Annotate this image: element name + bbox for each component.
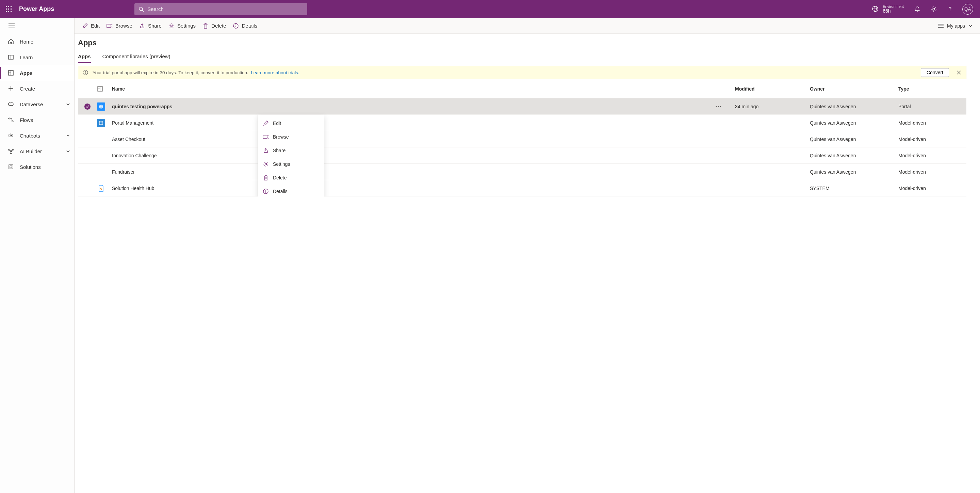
sidebar-item-label: Dataverse <box>20 102 43 107</box>
row-owner: Quintes van Aswegen <box>810 169 898 175</box>
cmd-delete[interactable]: Delete <box>202 23 226 29</box>
cmd-edit[interactable]: Edit <box>82 23 100 29</box>
app-launcher-icon[interactable] <box>4 5 14 14</box>
gear-icon <box>169 23 175 29</box>
model-app-icon <box>97 119 105 127</box>
ctx-edit[interactable]: Edit <box>258 116 324 130</box>
settings-icon[interactable] <box>930 5 938 13</box>
col-name[interactable]: Name <box>112 86 714 92</box>
hamburger-icon[interactable] <box>8 22 16 30</box>
search-box[interactable] <box>134 3 307 15</box>
row-type: Model-driven <box>898 120 966 126</box>
cmd-share[interactable]: Share <box>139 23 162 29</box>
cmd-label: Delete <box>211 23 226 29</box>
sidebar-item-chatbots[interactable]: Chatbots <box>0 128 74 144</box>
environment-name: 66h <box>883 8 904 14</box>
ctx-label: Details <box>273 188 288 194</box>
edit-icon <box>263 120 269 126</box>
ctx-label: Delete <box>273 175 286 180</box>
row-selected-icon[interactable] <box>84 104 91 110</box>
tab-apps[interactable]: Apps <box>78 53 91 63</box>
view-selector[interactable]: My apps <box>938 23 972 29</box>
cmd-settings[interactable]: Settings <box>169 23 196 29</box>
svg-rect-0 <box>6 6 7 7</box>
table-row[interactable]: Fundraiser Quintes van Aswegen Model-dri… <box>78 164 966 180</box>
svg-point-15 <box>950 11 950 11</box>
row-type: Model-driven <box>898 169 966 175</box>
table-row[interactable]: Solution Health Hub SYSTEM Model-driven <box>78 180 966 196</box>
browse-icon <box>263 134 269 140</box>
search-input[interactable] <box>147 6 303 12</box>
svg-rect-8 <box>11 11 11 12</box>
apps-icon <box>8 70 14 76</box>
product-name[interactable]: Power Apps <box>19 5 54 13</box>
tab-component-libraries[interactable]: Component libraries (preview) <box>102 53 170 63</box>
sidebar-item-apps[interactable]: Apps <box>0 65 74 81</box>
chevron-down-icon <box>66 102 70 106</box>
ai-builder-icon <box>8 148 14 154</box>
apps-grid: Name Modified Owner Type <box>78 79 966 196</box>
ctx-settings[interactable]: Settings <box>258 157 324 171</box>
svg-rect-6 <box>6 11 7 12</box>
row-name: Innovation Challenge <box>112 153 714 158</box>
sidebar-item-home[interactable]: Home <box>0 34 74 49</box>
close-icon[interactable] <box>956 69 962 76</box>
svg-point-64 <box>265 163 267 165</box>
sidebar-item-create[interactable]: Create <box>0 81 74 96</box>
sidebar-item-flows[interactable]: Flows <box>0 112 74 128</box>
table-row[interactable]: Asset Checkout Quintes van Aswegen Model… <box>78 131 966 147</box>
row-type: Model-driven <box>898 137 966 142</box>
context-menu: Edit Browse Share Settings <box>258 115 324 196</box>
sidebar-item-learn[interactable]: Learn <box>0 49 74 65</box>
convert-button[interactable]: Convert <box>921 68 949 77</box>
col-modified[interactable]: Modified <box>735 86 810 92</box>
table-row[interactable]: Innovation Challenge Quintes van Aswegen… <box>78 147 966 164</box>
table-row[interactable]: Portal Management Quintes van Aswegen Mo… <box>78 115 966 131</box>
col-type[interactable]: Type <box>898 86 966 92</box>
flows-icon <box>8 117 14 123</box>
trial-banner: Your trial portal app will expire in 30 … <box>78 66 966 79</box>
sidebar-item-dataverse[interactable]: Dataverse <box>0 96 74 112</box>
avatar-initials: QA <box>964 6 971 11</box>
help-icon[interactable] <box>946 5 954 13</box>
ctx-delete[interactable]: Delete <box>258 171 324 185</box>
svg-point-42 <box>170 25 172 27</box>
chevron-down-icon <box>66 134 70 137</box>
col-owner[interactable]: Owner <box>810 86 898 92</box>
sidebar-item-label: Apps <box>20 70 33 76</box>
row-name: Solution Health Hub <box>112 185 714 191</box>
browse-icon <box>107 23 113 29</box>
cmd-label: Details <box>242 23 257 29</box>
ctx-details[interactable]: Details <box>258 185 324 196</box>
notifications-icon[interactable] <box>913 5 921 13</box>
page-title: Apps <box>78 38 966 47</box>
cmd-label: Share <box>148 23 162 29</box>
info-icon <box>233 23 239 29</box>
svg-point-29 <box>10 135 11 136</box>
ctx-share[interactable]: Share <box>258 144 324 157</box>
row-type: Model-driven <box>898 185 966 191</box>
edit-icon <box>82 23 88 29</box>
row-more-icon[interactable] <box>714 106 722 107</box>
cmd-browse[interactable]: Browse <box>107 23 132 29</box>
app-type-icon-column <box>97 86 112 92</box>
banner-link[interactable]: Learn more about trials. <box>251 70 299 75</box>
row-modified: 34 min ago <box>735 104 810 109</box>
svg-line-36 <box>9 150 11 151</box>
sidebar-item-aibuilder[interactable]: AI Builder <box>0 144 74 159</box>
row-type: Model-driven <box>898 153 966 158</box>
banner-text: Your trial portal app will expire in 30 … <box>92 70 299 75</box>
cmd-details[interactable]: Details <box>233 23 257 29</box>
ctx-browse[interactable]: Browse <box>258 130 324 144</box>
row-owner: Quintes van Aswegen <box>810 104 898 109</box>
user-avatar[interactable]: QA <box>962 4 973 14</box>
list-icon <box>938 24 943 28</box>
sidebar-item-solutions[interactable]: Solutions <box>0 159 74 175</box>
environment-picker[interactable]: Environment 66h <box>872 5 904 14</box>
table-row[interactable]: quintes testing powerapps 34 min ago Qui… <box>78 98 966 115</box>
ctx-label: Share <box>273 148 285 153</box>
health-doc-icon <box>97 184 105 192</box>
share-icon <box>263 147 269 153</box>
row-owner: Quintes van Aswegen <box>810 120 898 126</box>
cmd-label: Edit <box>91 23 100 29</box>
